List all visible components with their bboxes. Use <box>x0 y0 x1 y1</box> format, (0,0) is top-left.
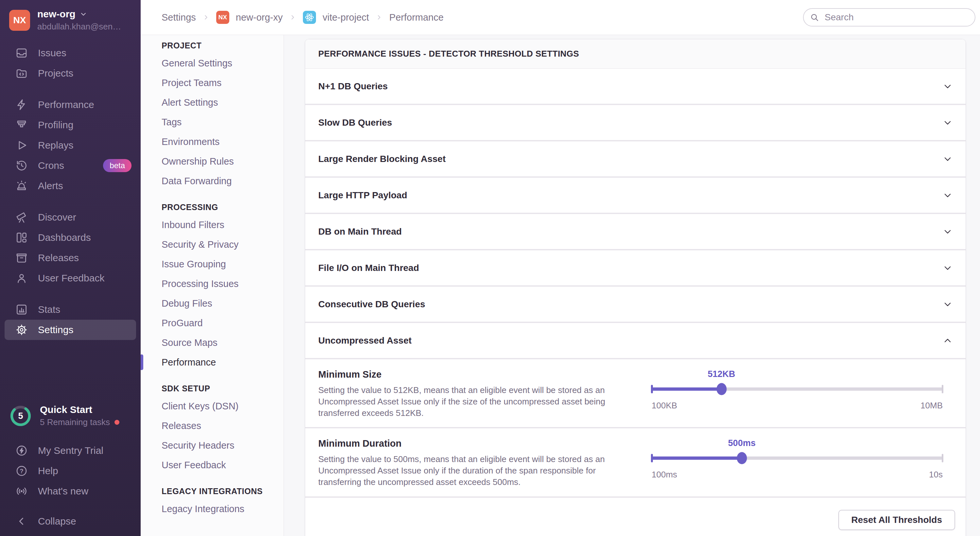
settings-nav-item-processing-issues[interactable]: Processing Issues <box>141 274 283 294</box>
alerts-icon <box>15 179 28 192</box>
settings-nav-item-alert-settings[interactable]: Alert Settings <box>141 93 283 112</box>
slider-track[interactable] <box>652 388 943 391</box>
sidebar-item-user-feedback[interactable]: User Feedback <box>0 268 141 288</box>
nav-group-performance: Performance Profiling Replays Crons bet <box>0 94 141 196</box>
settings-nav-section-project: PROJECT <box>141 38 283 53</box>
slider-value-label: 512KB <box>708 369 735 379</box>
settings-nav-item-project-teams[interactable]: Project Teams <box>141 73 283 93</box>
settings-nav-item-releases[interactable]: Releases <box>141 416 283 436</box>
breadcrumb-settings[interactable]: Settings <box>162 12 196 23</box>
reset-all-thresholds-button[interactable]: Reset All Thresholds <box>838 510 955 530</box>
sidebar-item-whats-new[interactable]: What's new <box>0 481 141 501</box>
chevron-down-icon <box>943 154 953 164</box>
chevron-left-icon <box>15 515 28 528</box>
sidebar-item-label: Performance <box>38 99 94 110</box>
org-email: abdullah.khan@sen… <box>37 22 121 32</box>
org-name: new-org <box>37 8 76 20</box>
minimum-size-title: Minimum Size <box>318 369 622 380</box>
sidebar-item-performance[interactable]: Performance <box>0 94 141 115</box>
minimum-duration-slider: 500ms 100ms 10s <box>652 438 943 480</box>
sidebar-item-profiling[interactable]: Profiling <box>0 115 141 135</box>
sidebar-item-label: Collapse <box>38 516 76 527</box>
settings-nav-item-client-keys[interactable]: Client Keys (DSN) <box>141 396 283 416</box>
settings-nav-item-general-settings[interactable]: General Settings <box>141 53 283 73</box>
slider-thumb[interactable] <box>737 452 747 464</box>
projects-icon <box>15 67 28 80</box>
accordion-row-large-http-payload[interactable]: Large HTTP Payload <box>305 178 966 213</box>
accordion-row-large-render-blocking-asset[interactable]: Large Render Blocking Asset <box>305 141 966 176</box>
sidebar-item-help[interactable]: ? Help <box>0 461 141 481</box>
app-sidebar: NX new-org abdullah.khan@sen… Issues <box>0 0 141 536</box>
sidebar-item-settings[interactable]: Settings <box>5 320 136 340</box>
quick-start[interactable]: 5 Quick Start 5 Remaining tasks <box>0 397 141 434</box>
panel-title: PERFORMANCE ISSUES - DETECTOR THRESHOLD … <box>305 39 966 69</box>
notification-dot <box>115 420 119 425</box>
settings-nav-section-processing: PROCESSING <box>141 199 283 215</box>
settings-nav-item-user-feedback[interactable]: User Feedback <box>141 455 283 475</box>
search-box[interactable] <box>803 8 975 27</box>
sidebar-item-projects[interactable]: Projects <box>0 63 141 83</box>
sidebar-item-dashboards[interactable]: Dashboards <box>0 227 141 248</box>
chevron-down-icon <box>943 300 953 309</box>
settings-nav-item-data-forwarding[interactable]: Data Forwarding <box>141 171 283 191</box>
sidebar-item-alerts[interactable]: Alerts <box>0 176 141 196</box>
detector-threshold-panel: PERFORMANCE ISSUES - DETECTOR THRESHOLD … <box>305 39 966 536</box>
settings-nav-item-source-maps[interactable]: Source Maps <box>141 333 283 353</box>
accordion-row-n1-db-queries[interactable]: N+1 DB Queries <box>305 69 966 104</box>
sidebar-item-label: User Feedback <box>38 273 104 284</box>
breadcrumb-org[interactable]: new-org-xy <box>236 12 283 23</box>
settings-nav-item-debug-files[interactable]: Debug Files <box>141 294 283 313</box>
dashboards-icon <box>15 231 28 244</box>
settings-nav-section-legacy: LEGACY INTEGRATIONS <box>141 483 283 499</box>
accordion-label: File I/O on Main Thread <box>318 263 419 273</box>
accordion-row-slow-db-queries[interactable]: Slow DB Queries <box>305 105 966 140</box>
settings-nav-item-inbound-filters[interactable]: Inbound Filters <box>141 215 283 234</box>
accordion-row-consecutive-db-queries[interactable]: Consecutive DB Queries <box>305 287 966 322</box>
nav-group-explore: Discover Dashboards Releases User Feedba… <box>0 207 141 288</box>
minimum-size-slider: 512KB 100KB 10MB <box>652 369 943 411</box>
settings-nav-item-environments[interactable]: Environments <box>141 132 283 152</box>
accordion-row-file-io-on-main-thread[interactable]: File I/O on Main Thread <box>305 250 966 286</box>
settings-nav-item-issue-grouping[interactable]: Issue Grouping <box>141 254 283 274</box>
minimum-size-description: Setting the value to 512KB, means that a… <box>318 384 622 418</box>
org-switcher[interactable]: NX new-org abdullah.khan@sen… <box>0 0 141 38</box>
sidebar-item-crons[interactable]: Crons beta <box>0 155 141 176</box>
accordion-label: Slow DB Queries <box>318 118 392 128</box>
react-project-icon[interactable] <box>303 11 316 24</box>
search-input[interactable] <box>824 12 969 23</box>
stats-icon <box>15 303 28 316</box>
quick-start-progress-ring: 5 <box>9 404 32 428</box>
settings-nav-item-tags[interactable]: Tags <box>141 112 283 132</box>
breadcrumb-org-avatar[interactable]: NX <box>216 11 229 24</box>
main-content: PERFORMANCE ISSUES - DETECTOR THRESHOLD … <box>284 35 980 536</box>
settings-nav-item-legacy-integrations[interactable]: Legacy Integrations <box>141 499 283 518</box>
org-avatar-initials: NX <box>13 15 26 26</box>
sidebar-item-stats[interactable]: Stats <box>0 300 141 320</box>
sidebar-item-my-sentry-trial[interactable]: My Sentry Trial <box>0 440 141 461</box>
sidebar-item-replays[interactable]: Replays <box>0 135 141 155</box>
settings-nav-item-security-privacy[interactable]: Security & Privacy <box>141 234 283 254</box>
sidebar-item-discover[interactable]: Discover <box>0 207 141 227</box>
org-meta: new-org abdullah.khan@sen… <box>37 8 121 32</box>
sidebar-item-label: Alerts <box>38 180 63 191</box>
minimum-size-text: Minimum Size Setting the value to 512KB,… <box>318 369 622 418</box>
settings-nav-item-security-headers[interactable]: Security Headers <box>141 436 283 455</box>
slider-track[interactable] <box>652 456 943 460</box>
sidebar-item-issues[interactable]: Issues <box>0 43 141 63</box>
minimum-duration-setting: Minimum Duration Setting the value to 50… <box>305 428 966 496</box>
breadcrumb-separator-icon <box>289 14 296 21</box>
settings-nav-item-proguard[interactable]: ProGuard <box>141 313 283 333</box>
sidebar-item-releases[interactable]: Releases <box>0 248 141 268</box>
accordion-row-uncompressed-asset[interactable]: Uncompressed Asset <box>305 323 966 358</box>
sidebar-item-label: Releases <box>38 252 79 263</box>
breadcrumb-separator-icon <box>202 14 210 21</box>
accordion-row-db-on-main-thread[interactable]: DB on Main Thread <box>305 214 966 249</box>
breadcrumb-project[interactable]: vite-project <box>323 12 369 23</box>
sidebar-nav: Issues Projects Performance Profilin <box>0 38 141 340</box>
sidebar-item-label: Help <box>38 465 58 477</box>
slider-thumb[interactable] <box>716 383 727 395</box>
settings-nav-item-ownership-rules[interactable]: Ownership Rules <box>141 152 283 171</box>
settings-nav-section-sdk-setup: SDK SETUP <box>141 381 283 396</box>
settings-nav-item-performance[interactable]: Performance <box>141 353 283 372</box>
sidebar-collapse-button[interactable]: Collapse <box>0 511 141 531</box>
